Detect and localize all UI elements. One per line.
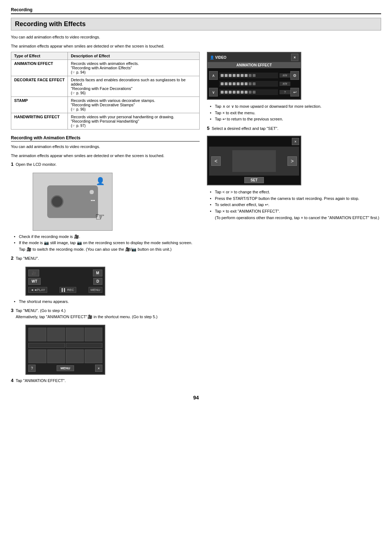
dot [221, 74, 224, 77]
dot [241, 82, 244, 85]
dot [249, 74, 252, 77]
dot [229, 82, 232, 85]
anim-label-1: #/# [279, 73, 290, 78]
menu-m-btn: M [93, 270, 102, 276]
menu-screen-row1: 🎥 M [28, 270, 102, 276]
effect-desc-1: Records videos with animation effects."R… [68, 60, 200, 76]
table-row: ANIMATION EFFECT Records videos with ani… [11, 60, 200, 76]
menu-question-btn[interactable]: ? [28, 365, 36, 372]
grid-cell [47, 349, 65, 363]
person-icon: 👤 [96, 177, 105, 185]
right-bullets-bottom: Tap < or > to change the effect. Press t… [211, 189, 381, 221]
camera-buttons: ▪▪▪ [91, 198, 95, 202]
dot [253, 82, 256, 85]
anim-row-2: #/# [209, 81, 299, 87]
main-layout: Type of Effect Description of Effect ANI… [11, 52, 381, 387]
grid-cell [66, 349, 84, 363]
grid-cell [85, 349, 103, 363]
step2-bullets: The shortcut menu appears. [15, 299, 200, 305]
menu-menu-btn2[interactable]: MENU [57, 365, 74, 371]
grid-label [28, 343, 65, 348]
intro-text-2: The animation effects appear when smiles… [11, 43, 381, 49]
anim-row-1: ∧ #/# ⚙ [209, 71, 299, 80]
select-left-arrow[interactable]: < [211, 156, 221, 166]
menu-screen-bottom: ◄◄PLAY ▌▌ REC MENU [28, 287, 102, 293]
dot [233, 91, 236, 94]
grid-label [66, 343, 102, 348]
select-screen-header: × [209, 138, 299, 145]
right-bullet-6: To select another effect, tap ↩. [211, 202, 381, 208]
anim-label-3: ? [279, 90, 290, 94]
dot [221, 82, 224, 85]
dot [249, 91, 252, 94]
select-screen: × < > SET [207, 136, 301, 185]
header-title: Recording [11, 7, 32, 12]
step2-text: Tap "MENU". [16, 255, 39, 262]
animation-effect-screen: 👤 VIDEO × ANIMATION EFFECT ∧ [207, 52, 301, 100]
step1-text: Open the LCD monitor. [16, 161, 57, 168]
section-title: Recording with Effects [11, 18, 381, 30]
dot [253, 74, 256, 77]
menu-screen: 🎥 M WT D ◄◄PLAY ▌▌ REC MENU [25, 267, 105, 296]
anim-effect-title: ANIMATION EFFECT [208, 62, 301, 68]
effect-desc-3: Records videos with various decorative s… [68, 97, 200, 113]
menu-grid-top [28, 328, 102, 341]
grid-cell [28, 328, 46, 341]
effect-type-2: DECORATE FACE EFFECT [11, 76, 68, 97]
effect-type-4: HANDWRITING EFFECT [11, 113, 68, 130]
rec-btn[interactable]: ▌▌ REC [60, 287, 76, 293]
step4-row: 4 Tap "ANIMATION EFFECT". [11, 378, 200, 386]
effects-table: Type of Effect Description of Effect ANI… [11, 52, 200, 130]
menu-grid-bottom [28, 349, 102, 363]
select-right-arrow[interactable]: > [287, 156, 297, 166]
right-bullets-top: Tap ∧ or ∨ to move upward or downward fo… [211, 103, 381, 123]
step2-num: 2 [11, 255, 13, 261]
table-row: STAMP Records videos with various decora… [11, 97, 200, 113]
menu-bottom-bar: ? MENU × [28, 365, 102, 372]
menu-screen-row2: WT D [28, 278, 102, 285]
anim-row-3: ∨ ? ↩ [209, 88, 299, 97]
subsection-intro1: You can add animation effects to video r… [11, 144, 200, 150]
dot [245, 82, 248, 85]
left-column: Type of Effect Description of Effect ANI… [11, 52, 200, 387]
menu-grid-label-row [28, 343, 102, 348]
page-header: Recording [11, 7, 381, 14]
col-type: Type of Effect [11, 52, 68, 60]
dot [225, 82, 228, 85]
step5-text: Select a desired effect and tap "SET". [212, 126, 278, 132]
effect-desc-2: Detects faces and enables decorations su… [68, 76, 200, 97]
page-number: 94 [11, 395, 381, 401]
right-bullet-2: Tap × to exit the menu. [211, 110, 381, 116]
intro-text-1: You can add animation effects to video r… [11, 34, 381, 40]
step1-bullet-2: If the mode is 📷 still image, tap 📷 on t… [15, 240, 200, 253]
anim-gear-btn[interactable]: ⚙ [290, 71, 299, 80]
step3-text: Tap "MENU". (Go to step 4.) Alternativel… [16, 308, 158, 320]
anim-down-btn[interactable]: ∨ [209, 88, 218, 97]
dot [225, 74, 228, 77]
grid-cell [28, 349, 46, 363]
select-preview: < > [209, 147, 299, 176]
anim-dots-row3 [219, 89, 278, 95]
step1-num: 1 [11, 161, 13, 167]
menu-wt-btn: WT [28, 278, 41, 285]
step2-row: 2 Tap "MENU". [11, 255, 200, 264]
play-btn[interactable]: ◄◄PLAY [28, 287, 47, 293]
anim-close-btn[interactable]: × [291, 54, 298, 61]
camera-diagram: ⏺ ▪▪▪ ☞ 👤 [33, 173, 113, 231]
anim-up-btn[interactable]: ∧ [209, 71, 218, 80]
anim-back-btn[interactable]: ↩ [290, 88, 299, 97]
anim-label-2: #/# [279, 82, 290, 86]
table-row: DECORATE FACE EFFECT Detects faces and e… [11, 76, 200, 97]
effect-desc-4: Records videos with your personal handwr… [68, 113, 200, 130]
effect-type-1: ANIMATION EFFECT [11, 60, 68, 76]
select-close-btn[interactable]: × [292, 138, 299, 145]
menu-grid-screen: ? MENU × [25, 325, 105, 375]
menu-btn[interactable]: MENU [89, 287, 103, 293]
menu-close-btn[interactable]: × [95, 365, 102, 372]
dot [221, 91, 224, 94]
dot [229, 91, 232, 94]
camera-lens [51, 195, 64, 208]
subsection-title: Recording with Animation Effects [11, 135, 200, 141]
subsection-intro2: The animation effects appear when smiles… [11, 153, 200, 159]
set-button[interactable]: SET [244, 177, 264, 183]
